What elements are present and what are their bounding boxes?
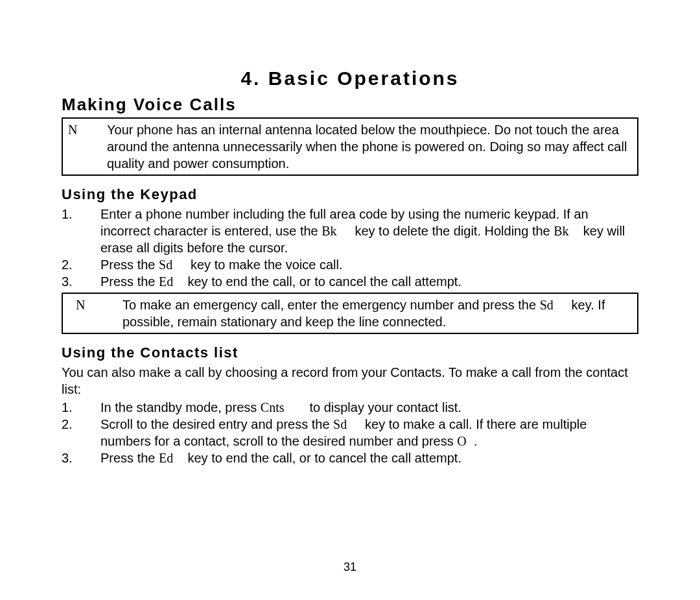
list-number: 3. — [62, 273, 100, 290]
contacts-intro: You can also make a call by choosing a r… — [62, 364, 638, 398]
list-text: Scroll to the desired entry and press th… — [100, 416, 638, 450]
manual-page: 4. Basic Operations Making Voice Calls N… — [0, 0, 700, 600]
emergency-note-box: N To make an emergency call, enter the e… — [62, 293, 638, 334]
text: key to end the call, or to cancel the ca… — [184, 274, 461, 289]
keypad-steps: 1. Enter a phone number including the fu… — [62, 206, 638, 290]
page-number: 31 — [0, 560, 700, 574]
note-marker-icon: N — [68, 121, 107, 138]
list-text: Press the Ed key to end the call, or to … — [100, 450, 638, 466]
back-key-icon: Bk — [554, 224, 568, 238]
list-text: Enter a phone number including the full … — [100, 206, 638, 256]
antenna-note-box: N Your phone has an internal antenna loc… — [62, 117, 638, 176]
list-text: Press the Sd key to make the voice call. — [100, 256, 638, 273]
text: To make an emergency call, enter the eme… — [122, 298, 540, 312]
text: key to make the voice call. — [187, 258, 342, 272]
list-item: 2. Press the Sd key to make the voice ca… — [62, 256, 638, 273]
note-marker-icon: N — [68, 296, 122, 313]
list-number: 1. — [62, 399, 100, 416]
text: key to delete the digit. Holding the — [351, 224, 554, 238]
list-item: 1. In the standby mode, press Cnts to di… — [62, 399, 638, 416]
contacts-key-icon: Cnts — [261, 400, 285, 414]
list-item: 3. Press the Ed key to end the call, or … — [62, 273, 638, 290]
text: key to end the call, or to cancel the ca… — [184, 451, 461, 465]
subsection-keypad-title: Using the Keypad — [62, 186, 638, 203]
text: . — [474, 434, 478, 448]
list-item: 3. Press the Ed key to end the call, or … — [62, 450, 638, 466]
list-number: 1. — [62, 206, 100, 222]
text: to display your contact list. — [306, 400, 461, 414]
text: Scroll to the desired entry and press th… — [100, 417, 333, 431]
contacts-steps: 1. In the standby mode, press Cnts to di… — [62, 399, 638, 466]
list-number: 2. — [62, 256, 100, 273]
text: In the standby mode, press — [100, 400, 261, 414]
end-key-icon: Ed — [159, 451, 173, 465]
list-number: 3. — [62, 450, 100, 466]
send-key-icon: Sd — [333, 417, 347, 431]
send-key-icon: Sd — [540, 298, 554, 312]
note-text: To make an emergency call, enter the eme… — [122, 296, 632, 330]
section-title: Making Voice Calls — [62, 95, 638, 115]
list-item: 1. Enter a phone number including the fu… — [62, 206, 638, 256]
text: Press the — [100, 451, 159, 465]
text: Press the — [100, 274, 159, 289]
back-key-icon: Bk — [321, 224, 336, 238]
end-key-icon: Ed — [159, 274, 173, 289]
list-text: Press the Ed key to end the call, or to … — [100, 273, 638, 290]
list-text: In the standby mode, press Cnts to displ… — [100, 399, 638, 416]
chapter-title: 4. Basic Operations — [62, 67, 638, 90]
ok-key-icon: O — [457, 434, 466, 448]
list-item: 2. Scroll to the desired entry and press… — [62, 416, 638, 450]
send-key-icon: Sd — [159, 258, 172, 272]
antenna-note: N Your phone has an internal antenna loc… — [68, 121, 632, 172]
list-number: 2. — [62, 416, 100, 433]
emergency-note: N To make an emergency call, enter the e… — [68, 296, 632, 330]
subsection-contacts-title: Using the Contacts list — [62, 344, 638, 361]
note-text: Your phone has an internal antenna locat… — [107, 121, 632, 172]
text: Press the — [100, 258, 159, 272]
